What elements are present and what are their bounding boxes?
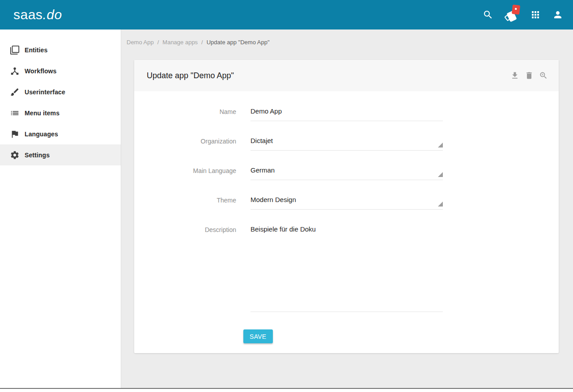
field-label: Theme	[147, 196, 236, 210]
card-title: Update app "Demo App"	[147, 71, 234, 80]
notifications-icon[interactable]	[505, 8, 518, 21]
window-bottom-edge	[0, 388, 573, 392]
topbar-icons	[483, 8, 563, 21]
content-area: Demo App/Manage apps/Update app "Demo Ap…	[121, 30, 573, 388]
account-icon[interactable]	[552, 9, 563, 20]
select-arrow-icon	[438, 202, 443, 207]
menu-items-icon	[10, 108, 20, 118]
breadcrumb-item[interactable]: Demo App	[127, 39, 154, 46]
sidebar-item-userinterface[interactable]: Userinterface	[0, 81, 121, 102]
entities-icon	[10, 45, 20, 55]
sidebar: Entities Workflows Userinterface Menu it…	[0, 30, 121, 388]
field-value-wrap: Modern Design	[250, 196, 443, 210]
sidebar-item-label: Entities	[25, 46, 47, 54]
breadcrumb-separator: /	[201, 39, 203, 46]
name-input[interactable]	[250, 107, 443, 121]
breadcrumb-separator: /	[157, 39, 159, 46]
notification-badge	[512, 4, 520, 15]
organization-select[interactable]: Dictajet	[250, 137, 443, 151]
save-row: SAVE	[147, 329, 559, 343]
field-value-wrap: Dictajet	[250, 137, 443, 151]
field-value-wrap: German	[250, 166, 443, 180]
main-language-select[interactable]: German	[250, 166, 443, 180]
logo-suffix: .do	[42, 7, 62, 22]
app-logo[interactable]: saas.do	[13, 7, 62, 22]
sidebar-item-label: Menu items	[25, 110, 59, 117]
field-label: Name	[147, 107, 236, 121]
form-row-theme: Theme Modern Design	[147, 196, 559, 210]
field-label: Organization	[147, 137, 236, 151]
form-row-name: Name	[147, 107, 559, 121]
sidebar-item-menu-items[interactable]: Menu items	[0, 102, 121, 123]
field-label: Description	[147, 225, 236, 314]
sidebar-item-label: Settings	[25, 152, 50, 159]
form-row-description: Description Beispiele für die Doku	[147, 225, 559, 314]
download-icon[interactable]	[510, 71, 519, 80]
logo-prefix: saas	[13, 7, 42, 22]
settings-icon	[10, 150, 20, 160]
card-header: Update app "Demo App"	[134, 60, 559, 91]
userinterface-icon	[10, 87, 20, 97]
theme-select[interactable]: Modern Design	[250, 196, 443, 210]
sidebar-item-workflows[interactable]: Workflows	[0, 60, 121, 81]
workflows-icon	[10, 66, 20, 76]
breadcrumb-item-current: Update app "Demo App"	[207, 39, 270, 46]
sidebar-item-label: Workflows	[25, 67, 56, 75]
select-arrow-icon	[438, 172, 443, 177]
breadcrumb-item[interactable]: Manage apps	[162, 39, 198, 46]
select-arrow-icon	[438, 143, 443, 148]
languages-icon	[10, 129, 20, 139]
update-app-card: Update app "Demo App" Name	[134, 60, 559, 353]
app-window: saas.do Entities	[0, 0, 573, 392]
sidebar-item-label: Languages	[25, 131, 58, 138]
field-label: Main Language	[147, 166, 236, 180]
save-button[interactable]: SAVE	[243, 329, 273, 343]
description-textarea[interactable]: Beispiele für die Doku	[250, 225, 443, 312]
search-icon[interactable]	[483, 9, 493, 20]
apps-grid-icon[interactable]	[530, 9, 541, 20]
sidebar-item-settings[interactable]: Settings	[0, 144, 121, 165]
form-row-main-language: Main Language German	[147, 166, 559, 180]
form-row-organization: Organization Dictajet	[147, 137, 559, 151]
breadcrumb: Demo App/Manage apps/Update app "Demo Ap…	[127, 38, 559, 46]
topbar: saas.do	[0, 0, 573, 30]
zoom-in-icon[interactable]	[539, 71, 548, 80]
card-actions	[510, 71, 548, 80]
sidebar-item-entities[interactable]: Entities	[0, 39, 121, 60]
sidebar-item-label: Userinterface	[25, 89, 65, 96]
field-value-wrap	[250, 107, 443, 121]
card-body: Name Organization Dictajet Main La	[134, 91, 559, 353]
delete-icon[interactable]	[525, 71, 534, 80]
field-value-wrap: Beispiele für die Doku	[250, 225, 443, 314]
sidebar-item-languages[interactable]: Languages	[0, 123, 121, 144]
main-area: Entities Workflows Userinterface Menu it…	[0, 30, 573, 388]
